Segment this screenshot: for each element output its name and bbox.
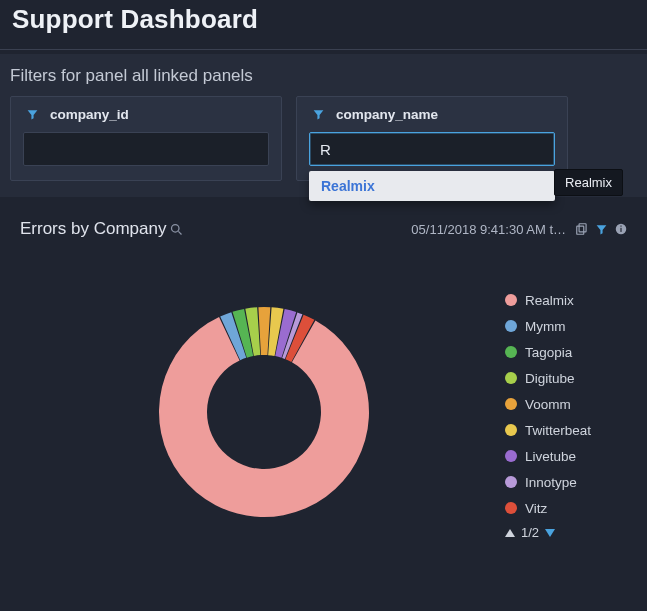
filter-input-company-name[interactable] [309,132,555,166]
legend-item[interactable]: Digitube [505,365,625,391]
panel-timestamp: 05/11/2018 9:41:30 AM t… [411,222,566,237]
funnel-icon [312,108,325,121]
filters-section-title: Filters for panel all linked panels [10,66,637,86]
legend-label: Livetube [525,449,576,464]
magnify-icon[interactable] [169,222,184,237]
legend-swatch [505,346,517,358]
panel-title: Errors by Company [20,219,166,239]
legend-swatch [505,398,517,410]
filter-card-company-name: company_name Realmix Realmix [296,96,568,181]
donut-slice[interactable] [258,307,270,355]
legend-item[interactable]: Tagopia [505,339,625,365]
legend-label: Tagopia [525,345,572,360]
legend-swatch [505,476,517,488]
autocomplete-dropdown: Realmix [309,171,555,201]
svg-rect-5 [620,228,621,232]
legend-swatch [505,450,517,462]
legend-label: Mymm [525,319,566,334]
svg-rect-2 [579,224,586,232]
legend-item[interactable]: Voomm [505,391,625,417]
legend-item[interactable]: Realmix [505,287,625,313]
legend-label: Realmix [525,293,574,308]
legend-label: Voomm [525,397,571,412]
legend-label: Vitz [525,501,547,516]
legend-label: Twitterbeat [525,423,591,438]
filter-label: company_name [336,107,438,122]
copy-icon[interactable] [575,222,589,236]
autocomplete-option-realmix[interactable]: Realmix [309,171,555,201]
legend-label: Innotype [525,475,577,490]
legend-swatch [505,372,517,384]
legend-item[interactable]: Innotype [505,469,625,495]
filter-input-company-id[interactable] [23,132,269,166]
legend-swatch [505,320,517,332]
legend: RealmixMymmTagopiaDigitubeVoommTwitterbe… [505,287,625,557]
legend-pager: 1/2 [505,525,625,540]
divider [0,49,647,50]
legend-label: Digitube [525,371,575,386]
donut-chart [22,267,505,557]
legend-item[interactable]: Vitz [505,495,625,521]
info-icon[interactable] [614,222,628,236]
svg-rect-6 [620,226,621,227]
legend-swatch [505,424,517,436]
panel-errors-by-company: Errors by Company 05/11/2018 9:41:30 AM … [8,207,639,567]
funnel-icon[interactable] [595,223,608,236]
tooltip: Realmix [554,169,623,196]
legend-item[interactable]: Livetube [505,443,625,469]
legend-item[interactable]: Twitterbeat [505,417,625,443]
filter-label: company_id [50,107,129,122]
page-title: Support Dashboard [0,0,647,49]
funnel-icon [26,108,39,121]
svg-point-0 [172,224,180,232]
filters-section: Filters for panel all linked panels comp… [0,54,647,197]
legend-item[interactable]: Mymm [505,313,625,339]
pager-page: 1/2 [521,525,539,540]
svg-rect-3 [577,226,584,234]
pager-prev-icon[interactable] [505,529,515,537]
svg-line-1 [179,231,182,234]
pager-next-icon[interactable] [545,529,555,537]
legend-swatch [505,294,517,306]
filter-card-company-id: company_id [10,96,282,181]
legend-swatch [505,502,517,514]
